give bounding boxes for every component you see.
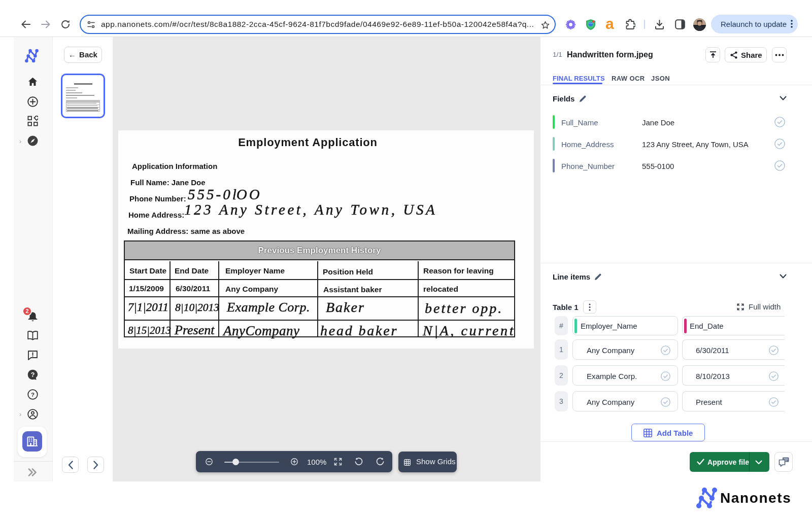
svg-text:?: ? (31, 392, 35, 398)
svg-text:?: ? (31, 371, 35, 378)
